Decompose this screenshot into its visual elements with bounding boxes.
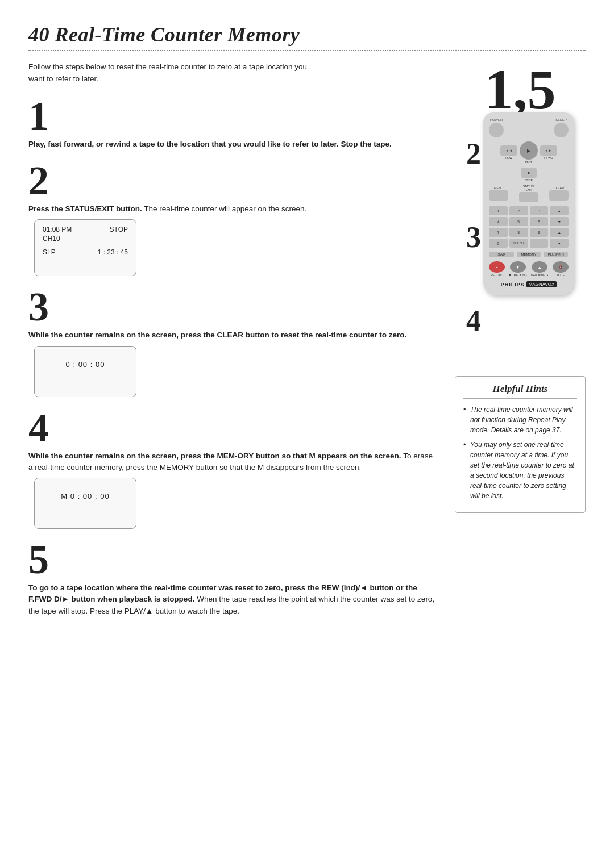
remote-power-sleep-row: POWER SLEEP — [489, 118, 569, 137]
step-3-number: 3 — [28, 286, 438, 327]
record-icon: ● — [496, 265, 497, 269]
step-4-number: 4 — [28, 407, 438, 448]
mute-label: MUTE — [557, 273, 565, 277]
step-1-block: 1 Play, fast forward, or rewind a tape t… — [28, 95, 438, 150]
step-3-heading: While the counter remains on the screen,… — [28, 331, 406, 339]
num-7-button[interactable]: 7 — [489, 228, 508, 237]
menu-button[interactable] — [489, 190, 508, 201]
num-0-button[interactable]: 0 — [489, 239, 508, 248]
memory-button[interactable]: MEMORY — [517, 252, 541, 257]
screen2-channel: CH10 — [43, 235, 60, 243]
tracking-down-icon: ▼ — [516, 265, 520, 269]
magnavox-logo: MAGNAVOX — [526, 281, 557, 287]
screen2-counter: 1 : 23 : 45 — [98, 248, 128, 256]
sleep-button[interactable] — [554, 123, 569, 137]
num-8-label: 8 — [517, 231, 520, 235]
record-button[interactable]: ● — [489, 261, 505, 273]
screen2-speed: SLP — [43, 248, 56, 256]
remote-menu-row: MENU STATUS/EXIT CLEAR — [489, 185, 569, 202]
clear-label: CLEAR — [554, 186, 564, 190]
ch-down-label: ▼ — [557, 220, 561, 224]
num-1-button[interactable]: 1 — [489, 206, 508, 215]
step-1-heading: Play, fast forward, or rewind a tape to … — [28, 140, 392, 148]
vol-down-label: ▼ — [557, 241, 561, 245]
step-2-body: The real-time counter will appear on the… — [144, 205, 306, 213]
brand-logo-row: PHILIPS MAGNAVOX — [501, 281, 557, 287]
num-2-button[interactable]: 2 — [509, 206, 528, 215]
num-8-button[interactable]: 8 — [509, 228, 528, 237]
clear-button[interactable] — [549, 190, 569, 201]
title-divider — [28, 50, 586, 51]
hint-item-1: The real-time counter memory will not fu… — [463, 404, 577, 435]
screen3-counter: 0 : 00 : 00 — [66, 360, 105, 369]
vol-up-label: ▲ — [557, 231, 561, 235]
step-1-number: 1 — [28, 95, 438, 136]
rew-label: ◄◄ — [505, 149, 512, 152]
num-9-button[interactable]: 9 — [530, 228, 549, 237]
screen2-time: 01:08 PM — [43, 226, 72, 233]
side-num-3: 3 — [466, 223, 481, 252]
remote-playback-row: ◄◄ REW ▶ PLAY ►► F.FWD — [500, 141, 557, 164]
step-4-heading: While the counter remains on the screen,… — [28, 452, 401, 460]
tracking-down-group: ▼ ▼ TRACKING — [509, 261, 527, 277]
numpad-group: 1 2 3 ▲ 4 5 6 ▼ 7 8 9 ▲ 0 NLT CH ▼ — [489, 206, 569, 248]
power-button[interactable] — [489, 123, 504, 137]
step-5-text: To go to a tape location where the real-… — [28, 582, 438, 617]
remote-bottom-row: ● RECORD ▼ ▼ TRACKING ▲ TRA — [489, 261, 569, 277]
step-4-screen: M 0 : 00 : 00 — [34, 478, 136, 529]
step-2-screen: 01:08 PM STOP CH10 SLP 1 : 23 : 45 — [34, 219, 136, 276]
num-6-button[interactable]: 6 — [530, 217, 549, 226]
status-exit-label: STATUS/EXIT — [523, 185, 534, 191]
page-title: 40 Real-Time Counter Memory — [28, 23, 586, 47]
tracking-up-button[interactable]: ▲ — [532, 261, 547, 273]
step-2-block: 2 Press the STATUS/EXIT button. The real… — [28, 160, 438, 276]
step-4-text: While the counter remains on the screen,… — [28, 450, 438, 474]
side-num-4: 4 — [466, 306, 481, 336]
step-2-number: 2 — [28, 160, 438, 201]
ffwd-text: F.FWD — [544, 156, 553, 160]
step-1-text: Play, fast forward, or rewind a tape to … — [28, 139, 438, 150]
remote-wrapper: 2 3 4 POWER SLEEP — [466, 112, 574, 362]
num-5-button[interactable]: 5 — [509, 217, 528, 226]
rew-button[interactable]: ◄◄ — [500, 145, 517, 156]
corner-number: 1,5 — [485, 61, 556, 118]
record-label: RECORD — [491, 273, 503, 277]
hint-item-2: You may only set one real-time counter m… — [463, 440, 577, 501]
ffwd-button[interactable]: ►► — [540, 145, 557, 156]
menu-label: MENU — [494, 186, 503, 190]
swr-button[interactable]: SWR — [489, 252, 514, 257]
tracking-down-button[interactable]: ▼ — [510, 261, 526, 273]
vol-up-button[interactable]: ▲ — [550, 228, 569, 237]
helpful-hints-box: Helpful Hints The real-time counter memo… — [455, 376, 586, 513]
ch-up-button[interactable]: ▲ — [550, 206, 569, 215]
status-exit-button[interactable] — [519, 192, 538, 202]
num-0-label: 0 — [497, 241, 499, 245]
power-label: POWER — [490, 118, 503, 122]
plus-minus-button[interactable]: PLUS/MIN — [544, 252, 568, 257]
hints-list: The real-time counter memory will not fu… — [463, 404, 577, 501]
step-5-number: 5 — [28, 539, 438, 580]
num-2-label: 2 — [517, 209, 520, 213]
screen2-status: STOP — [110, 226, 128, 233]
num-9-label: 9 — [538, 231, 540, 235]
num-3-button[interactable]: 3 — [530, 206, 549, 215]
ch-down-button[interactable]: ▼ — [550, 217, 569, 226]
main-layout: Follow the steps below to reset the real… — [28, 61, 586, 627]
ch-up-label: ▲ — [557, 209, 561, 213]
play-icon: ▶ — [527, 148, 530, 153]
play-button[interactable]: ▶ — [520, 141, 538, 160]
screen4-counter: M 0 : 00 : 00 — [61, 492, 109, 500]
nlt-ch-button[interactable]: NLT CH — [509, 239, 528, 248]
vol-down-button[interactable]: ▼ — [550, 239, 569, 248]
left-column: Follow the steps below to reset the real… — [28, 61, 438, 627]
nlt-ch-label: NLT CH — [513, 241, 524, 245]
philips-logo: PHILIPS — [501, 282, 525, 287]
tracking-down-label: ▼ TRACKING — [509, 273, 527, 277]
step-2-heading: Press the STATUS/EXIT button. — [28, 205, 142, 213]
stop-button[interactable]: ■ — [521, 168, 537, 178]
remote-side-numbers: 2 3 4 — [466, 112, 481, 362]
mute-button[interactable]: 🔇 — [553, 261, 569, 273]
tracking-up-label: TRACKING ▲ — [530, 273, 549, 277]
hints-title: Helpful Hints — [463, 383, 577, 399]
num-4-button[interactable]: 4 — [489, 217, 508, 226]
